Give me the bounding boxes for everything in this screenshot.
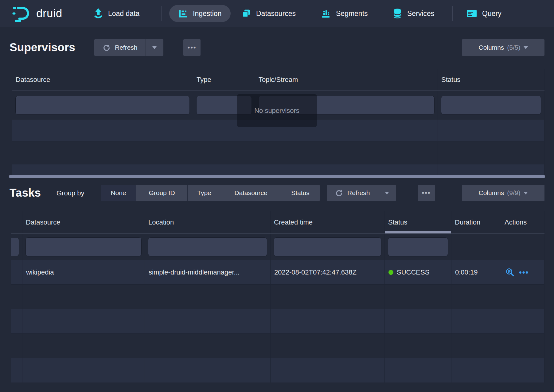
nav-item-services[interactable]: Services [393, 0, 434, 27]
success-status-dot [388, 270, 393, 275]
druid-wordmark: druid [36, 7, 62, 20]
task-actions-menu-icon[interactable]: ••• [519, 268, 529, 277]
task-actions-cell: ••• [501, 260, 544, 284]
chevron-down-icon [385, 192, 389, 194]
nav-item-ingestion[interactable]: Ingestion [169, 5, 231, 22]
upload-icon [94, 8, 103, 19]
nav-item-query[interactable]: Query [466, 0, 501, 27]
layers-icon [242, 9, 251, 18]
nav-divider [161, 6, 162, 21]
tasks-more-button[interactable]: ••• [418, 185, 435, 201]
group-by-status-button[interactable]: Status [281, 185, 320, 201]
tasks-column-header-datasource[interactable]: Datasource [22, 211, 145, 233]
druid-logo-icon [12, 5, 32, 22]
tasks-column-header-duration[interactable]: Duration [451, 211, 501, 233]
tasks-group-by-buttons: None Group ID Type Datasource Status [101, 185, 320, 201]
tasks-empty-row [11, 309, 544, 334]
group-by-datasource-button[interactable]: Datasource [221, 185, 281, 201]
task-row-wikipedia: wikipedia simple-druid-middlemanager... … [11, 260, 544, 285]
tasks-column-header-cut [11, 211, 22, 233]
tasks-column-header-created-time[interactable]: Created time [271, 211, 385, 233]
tasks-column-header-actions[interactable]: Actions [501, 211, 544, 233]
supervisors-empty-row [12, 141, 544, 164]
supervisors-column-header-status[interactable]: Status [438, 69, 544, 90]
gantt-chart-icon [178, 9, 188, 18]
supervisors-column-header-datasource[interactable]: Datasource [12, 69, 193, 90]
tasks-refresh-interval-button[interactable] [378, 185, 396, 201]
refresh-label: Refresh [115, 44, 138, 51]
nav-item-label: Services [407, 10, 434, 18]
tasks-filter-hidden-column[interactable] [11, 238, 19, 256]
nav-item-load-data[interactable]: Load data [94, 0, 139, 27]
header-label: Status [388, 218, 407, 226]
status-label: SUCCESS [397, 268, 429, 276]
columns-label: Columns [478, 44, 504, 51]
nav-item-label: Query [482, 10, 501, 18]
supervisors-refresh-interval-button[interactable] [146, 39, 163, 56]
tasks-column-header-location[interactable]: Location [145, 211, 271, 233]
columns-count: (5/5) [507, 44, 520, 51]
supervisors-horizontal-scrollbar[interactable] [9, 175, 545, 178]
view-details-magnifier-icon[interactable] [505, 268, 515, 277]
tasks-filter-hidden-column-clip [11, 238, 19, 256]
nav-item-datasources[interactable]: Datasources [242, 0, 296, 27]
nav-item-label: Ingestion [193, 10, 221, 18]
tasks-filter-datasource[interactable] [26, 238, 141, 256]
group-by-none-button[interactable]: None [101, 185, 136, 201]
sort-indicator [385, 231, 451, 233]
columns-label: Columns [478, 189, 504, 197]
task-status-cell: SUCCESS [385, 260, 451, 284]
group-by-group-id-button[interactable]: Group ID [136, 185, 187, 201]
refresh-label: Refresh [347, 189, 370, 197]
tasks-title: Tasks [10, 185, 41, 201]
supervisors-more-button[interactable]: ••• [183, 39, 201, 56]
supervisors-filter-datasource[interactable] [16, 96, 189, 114]
no-supervisors-message: No supervisors [237, 94, 317, 127]
tasks-filter-location[interactable] [148, 238, 267, 256]
supervisors-refresh-button[interactable]: Refresh [94, 39, 146, 56]
druid-logo[interactable]: druid [12, 0, 62, 27]
task-location-cell: simple-druid-middlemanager... [145, 260, 271, 284]
supervisors-columns-button[interactable]: Columns (5/5) [462, 39, 544, 56]
bar-chart-icon [321, 9, 331, 18]
tasks-empty-row [11, 334, 544, 358]
chevron-down-icon [152, 46, 157, 49]
database-icon [393, 8, 402, 19]
tasks-filter-status[interactable] [388, 238, 448, 256]
tasks-filter-created-time[interactable] [274, 238, 381, 256]
nav-item-label: Load data [108, 10, 139, 18]
tasks-column-header-status[interactable]: Status [385, 211, 451, 233]
chevron-down-icon [524, 192, 528, 194]
supervisors-refresh-split: Refresh [94, 39, 163, 56]
supervisors-title: Supervisors [10, 39, 75, 56]
columns-count: (9/9) [507, 189, 520, 197]
tasks-empty-row [11, 285, 544, 309]
group-by-type-button[interactable]: Type [187, 185, 221, 201]
tasks-columns-button[interactable]: Columns (9/9) [462, 185, 544, 201]
tasks-empty-row [11, 358, 544, 382]
task-duration-cell: 0:00:19 [451, 260, 501, 284]
group-by-label: Group by [57, 189, 84, 198]
console-icon [466, 9, 477, 18]
nav-divider [78, 6, 78, 21]
task-created-time-cell: 2022-08-02T07:42:47.638Z [271, 260, 385, 284]
nav-divider [452, 6, 453, 21]
refresh-icon [335, 189, 343, 197]
tasks-table: Datasource Location Created time Status … [11, 211, 544, 383]
chevron-down-icon [524, 46, 528, 49]
nav-item-segments[interactable]: Segments [321, 0, 368, 27]
supervisors-column-header-topic-stream[interactable]: Topic/Stream [255, 69, 438, 90]
nav-item-label: Segments [336, 10, 368, 18]
tasks-refresh-split: Refresh [327, 185, 396, 201]
top-nav: druid Load data Ingestion [0, 0, 554, 27]
supervisors-filter-status[interactable] [441, 96, 541, 114]
tasks-refresh-button[interactable]: Refresh [327, 185, 378, 201]
task-datasource-cell: wikipedia [22, 260, 145, 284]
nav-item-label: Datasources [256, 10, 296, 18]
supervisors-column-header-type[interactable]: Type [193, 69, 255, 90]
refresh-icon [102, 44, 110, 52]
